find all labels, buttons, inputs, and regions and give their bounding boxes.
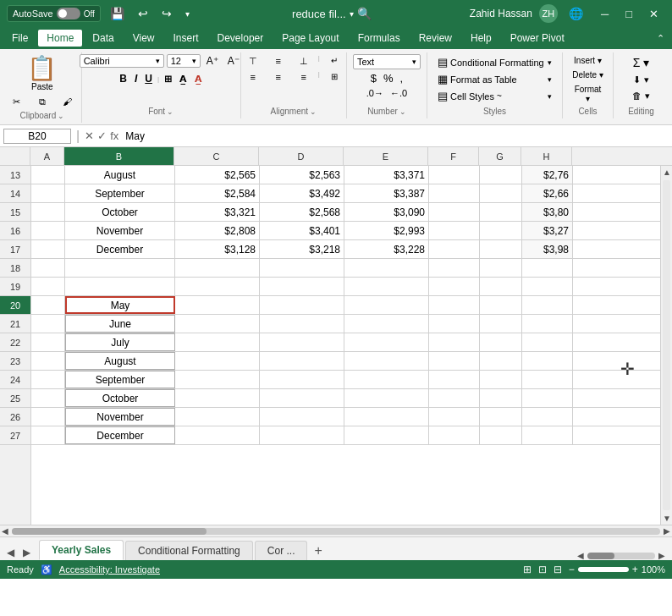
formula-input[interactable]	[122, 129, 669, 143]
add-sheet-button[interactable]: +	[309, 542, 327, 560]
cell-a14[interactable]	[31, 184, 65, 202]
cell-a20[interactable]	[31, 296, 65, 314]
menu-formulas[interactable]: Formulas	[350, 30, 409, 47]
copy-button[interactable]: ⧉	[30, 95, 54, 109]
cell-a25[interactable]	[31, 389, 65, 407]
cell-d23[interactable]	[260, 352, 344, 370]
cell-h18[interactable]	[522, 259, 573, 277]
cell-e19[interactable]	[344, 278, 429, 295]
font-expand-icon[interactable]: ⌄	[167, 107, 174, 116]
currency-button[interactable]: $	[368, 71, 379, 85]
cell-g17[interactable]	[480, 240, 522, 258]
tab-scroll-left-button[interactable]: ◀	[3, 545, 18, 560]
row-header-14[interactable]: 14	[0, 184, 30, 203]
cell-f21[interactable]	[429, 315, 480, 333]
maximize-button[interactable]: □	[619, 6, 639, 22]
sheet-tab-conditional-formatting[interactable]: Conditional Formatting	[125, 541, 253, 560]
menu-developer[interactable]: Developer	[209, 30, 273, 47]
cell-b20-active[interactable]: May	[65, 296, 175, 314]
row-header-15[interactable]: 15	[0, 203, 30, 222]
undo-button[interactable]: ↩	[134, 5, 152, 22]
tab-nav-prev[interactable]: ◀	[577, 551, 584, 560]
merge-center-button[interactable]: ⊞	[322, 70, 346, 84]
cell-d13[interactable]: $2,563	[260, 166, 344, 184]
ribbon-display-button[interactable]: 🌐	[565, 5, 587, 22]
cell-h13[interactable]: $2,76	[522, 166, 573, 184]
font-name-dropdown[interactable]: Calibri ▾	[80, 54, 164, 68]
cell-h15[interactable]: $3,80	[522, 203, 573, 221]
cell-h20[interactable]	[522, 296, 573, 314]
tab-nav-next[interactable]: ▶	[658, 551, 665, 560]
cell-h24[interactable]	[522, 371, 573, 388]
cell-e21[interactable]	[344, 315, 429, 333]
format-painter-button[interactable]: 🖌	[56, 95, 80, 109]
cell-b21[interactable]: June	[65, 315, 175, 333]
row-header-18[interactable]: 18	[0, 259, 30, 278]
menu-review[interactable]: Review	[410, 30, 460, 47]
cell-g21[interactable]	[480, 315, 522, 333]
scroll-down-button[interactable]: ▼	[661, 512, 672, 525]
col-header-f[interactable]: F	[428, 147, 479, 165]
cell-g13[interactable]	[480, 166, 522, 184]
cell-b15[interactable]: October	[65, 203, 175, 221]
cell-a27[interactable]	[31, 426, 65, 444]
cell-c15[interactable]: $3,321	[175, 203, 260, 221]
hscroll-track[interactable]	[12, 528, 660, 535]
row-header-17[interactable]: 17	[0, 240, 30, 259]
cell-g22[interactable]	[480, 333, 522, 351]
cell-h25[interactable]	[522, 389, 573, 407]
cell-a16[interactable]	[31, 222, 65, 239]
fill-button[interactable]: ⬇ ▾	[630, 73, 653, 87]
name-box[interactable]	[3, 129, 71, 144]
cell-h22[interactable]	[522, 333, 573, 351]
col-header-b[interactable]: B	[64, 147, 174, 165]
cell-f18[interactable]	[429, 259, 480, 277]
cell-b18[interactable]	[65, 259, 175, 277]
accessibility-label[interactable]: Accessibility: Investigate	[59, 564, 160, 575]
cell-f27[interactable]	[429, 426, 480, 444]
cell-f24[interactable]	[429, 371, 480, 388]
zoom-track[interactable]	[578, 567, 629, 572]
cell-d17[interactable]: $3,218	[260, 240, 344, 258]
increase-font-button[interactable]: A⁺	[203, 54, 222, 68]
decrease-font-button[interactable]: A⁻	[224, 54, 243, 68]
cell-c14[interactable]: $2,584	[175, 184, 260, 202]
cell-a24[interactable]	[31, 371, 65, 388]
cell-a19[interactable]	[31, 278, 65, 295]
minimize-button[interactable]: ─	[594, 6, 615, 22]
cell-c13[interactable]: $2,565	[175, 166, 260, 184]
cell-a15[interactable]	[31, 203, 65, 221]
cell-g23[interactable]	[480, 352, 522, 370]
row-header-13[interactable]: 13	[0, 166, 30, 184]
cell-d21[interactable]	[260, 315, 344, 333]
cell-e17[interactable]: $3,228	[344, 240, 429, 258]
alignment-expand-icon[interactable]: ⌄	[310, 107, 317, 116]
cell-g15[interactable]	[480, 203, 522, 221]
cell-f14[interactable]	[429, 184, 480, 202]
row-header-16[interactable]: 16	[0, 222, 30, 240]
font-size-dropdown[interactable]: 12 ▾	[167, 54, 201, 68]
cell-g18[interactable]	[480, 259, 522, 277]
cell-b19[interactable]	[65, 278, 175, 295]
sheet-tab-yearly-sales[interactable]: Yearly Sales	[39, 540, 124, 560]
autosave-toggle[interactable]	[57, 8, 80, 19]
bold-button[interactable]: B	[116, 72, 130, 85]
scroll-up-button[interactable]: ▲	[661, 166, 672, 179]
autosave-button[interactable]: AutoSave Off	[7, 5, 101, 22]
align-middle-button[interactable]: ≡	[267, 54, 290, 69]
format-cells-button[interactable]: Format ▾	[568, 83, 608, 105]
formula-confirm-icon[interactable]: ✓	[97, 129, 107, 142]
cell-b13[interactable]: August	[65, 166, 175, 184]
cell-h27[interactable]	[522, 426, 573, 444]
menu-page-layout[interactable]: Page Layout	[273, 30, 347, 47]
row-header-24[interactable]: 24	[0, 371, 30, 389]
redo-button[interactable]: ↪	[157, 5, 176, 22]
cell-e23[interactable]	[344, 352, 429, 370]
increase-decimal-button[interactable]: .0→	[364, 87, 386, 99]
number-expand-icon[interactable]: ⌄	[399, 107, 406, 116]
cell-d25[interactable]	[260, 389, 344, 407]
scroll-left-button[interactable]: ◀	[2, 526, 8, 536]
cell-d18[interactable]	[260, 259, 344, 277]
align-left-button[interactable]: ≡	[241, 70, 265, 84]
cell-a17[interactable]	[31, 240, 65, 258]
